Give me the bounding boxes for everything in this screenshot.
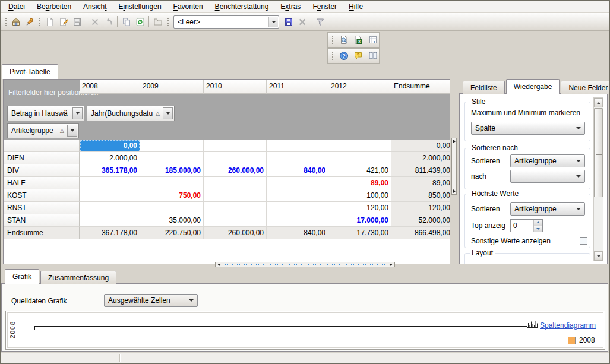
splitter-collapse-icon[interactable] bbox=[453, 140, 456, 143]
cell-dien-2008[interactable]: 2.000,00 bbox=[80, 152, 140, 164]
cell-rnst-2008[interactable] bbox=[80, 202, 140, 214]
splitter-collapse-icon[interactable] bbox=[453, 189, 456, 193]
cell-div-2012[interactable]: 421,00 bbox=[328, 164, 391, 177]
column-header-2011[interactable]: 2011 bbox=[267, 80, 328, 94]
print-preview-button[interactable] bbox=[337, 33, 350, 47]
refresh-button[interactable] bbox=[133, 15, 147, 29]
save-disabled-button[interactable] bbox=[70, 15, 84, 29]
field-filter-dropdown[interactable] bbox=[163, 107, 173, 119]
tab-neue-felder[interactable]: Neue Felder bbox=[561, 81, 610, 94]
menu-item-extras[interactable]: Extras bbox=[274, 1, 306, 12]
cell-dien-2011[interactable] bbox=[267, 152, 328, 164]
menu-item-favoriten[interactable]: Favoriten bbox=[167, 1, 209, 12]
stepper-down-button[interactable] bbox=[534, 226, 542, 232]
cell-rnst-2011[interactable] bbox=[267, 202, 328, 214]
toolbar-grip[interactable] bbox=[38, 17, 41, 27]
column-header-2010[interactable]: 2010 bbox=[204, 80, 267, 94]
field-artikelgruppe[interactable]: Artikelgruppe △ bbox=[7, 123, 79, 138]
cell-blank-endsumme[interactable]: 0,00 bbox=[391, 140, 450, 152]
panel-scrollbar[interactable] bbox=[593, 97, 603, 261]
field-jahr-buchungsdatum[interactable]: Jahr(Buchungsdatum) △ bbox=[87, 106, 175, 121]
menu-item-fenster[interactable]: Fenster bbox=[306, 1, 343, 12]
folder-disabled-button[interactable] bbox=[151, 15, 165, 29]
row-header-rnst[interactable]: RNST bbox=[4, 202, 80, 214]
row-header-endsumme[interactable]: Endsumme bbox=[4, 227, 80, 239]
edit-document-button[interactable] bbox=[56, 15, 70, 29]
excel-export-button[interactable]: x bbox=[352, 33, 365, 47]
pivot-layout-button[interactable] bbox=[366, 33, 379, 47]
quelldaten-select[interactable]: Ausgewählte Zellen bbox=[104, 294, 198, 307]
cell-half-2010[interactable] bbox=[204, 177, 267, 189]
cell-div-2008[interactable]: 365.178,00 bbox=[80, 164, 140, 177]
menu-item-ansicht[interactable]: Ansicht bbox=[77, 1, 112, 12]
save-template-button[interactable] bbox=[282, 15, 295, 29]
new-document-button[interactable] bbox=[43, 15, 56, 29]
template-combobox[interactable]: <Leer> bbox=[173, 15, 279, 29]
horizontal-splitter[interactable] bbox=[215, 262, 395, 267]
hoechste-sortieren-select[interactable]: Artikelgruppe bbox=[510, 202, 585, 216]
cell-endsumme-2008[interactable]: 367.178,00 bbox=[80, 227, 140, 239]
scroll-down-icon[interactable] bbox=[594, 251, 603, 261]
filter-button[interactable] bbox=[313, 15, 327, 29]
field-filter-dropdown[interactable] bbox=[67, 125, 77, 137]
minmax-mode-select[interactable]: Spalte bbox=[471, 122, 585, 135]
vertical-splitter[interactable] bbox=[451, 138, 457, 195]
toolbar-grip[interactable] bbox=[4, 17, 7, 27]
cell-div-endsumme[interactable]: 811.439,00 bbox=[391, 164, 450, 177]
cell-rnst-endsumme[interactable]: 120,00 bbox=[391, 202, 450, 214]
scrollbar-thumb[interactable] bbox=[594, 108, 603, 197]
cell-kost-2011[interactable] bbox=[267, 189, 328, 202]
row-header-blank[interactable] bbox=[4, 140, 80, 152]
tab-wiedergabe[interactable]: Wiedergabe bbox=[506, 79, 560, 94]
menu-item-berichterstattung[interactable]: Berichterstattung bbox=[209, 1, 275, 12]
cell-stan-2012[interactable]: 17.000,00 bbox=[328, 214, 391, 227]
splitter-collapse-icon[interactable] bbox=[217, 264, 221, 266]
cell-dien-2010[interactable] bbox=[204, 152, 267, 164]
help-button[interactable]: ? bbox=[337, 49, 350, 63]
delete-disabled-button[interactable] bbox=[88, 15, 102, 29]
scroll-up-icon[interactable] bbox=[594, 98, 603, 107]
cell-kost-2012[interactable]: 100,00 bbox=[328, 189, 391, 202]
hint-button[interactable]: ? bbox=[352, 49, 365, 63]
cell-blank-2011[interactable] bbox=[267, 140, 328, 152]
menu-item-datei[interactable]: Datei bbox=[2, 1, 31, 12]
field-filter-dropdown[interactable] bbox=[72, 107, 83, 119]
toolbar-grip[interactable] bbox=[166, 17, 169, 27]
cell-div-2009[interactable]: 185.000,00 bbox=[140, 164, 204, 177]
sortieren-select[interactable]: Artikelgruppe bbox=[510, 154, 585, 167]
delete-template-button[interactable] bbox=[295, 15, 309, 29]
cell-half-endsumme[interactable]: 89,00 bbox=[391, 177, 450, 189]
cell-dien-2012[interactable] bbox=[328, 152, 391, 164]
row-header-stan[interactable]: STAN bbox=[4, 214, 80, 227]
column-header-2008[interactable]: 2008 bbox=[80, 80, 140, 94]
cell-endsumme-2009[interactable]: 220.750,00 bbox=[140, 227, 204, 239]
menu-item-hilfe[interactable]: Hilfe bbox=[343, 1, 369, 12]
tab-feldliste[interactable]: Feldliste bbox=[463, 81, 505, 94]
cell-dien-endsumme[interactable]: 2.000,00 bbox=[391, 152, 450, 164]
splitter-collapse-icon[interactable] bbox=[389, 264, 393, 266]
cell-rnst-2012[interactable]: 120,00 bbox=[328, 202, 391, 214]
cell-stan-2010[interactable] bbox=[204, 214, 267, 227]
cell-stan-2009[interactable]: 35.000,00 bbox=[140, 214, 204, 227]
menu-item-einstellungen[interactable]: Einstellungen bbox=[112, 1, 167, 12]
cell-blank-2010[interactable] bbox=[204, 140, 267, 152]
cell-stan-2008[interactable] bbox=[80, 214, 140, 227]
cell-div-2011[interactable]: 840,00 bbox=[267, 164, 328, 177]
column-header-2012[interactable]: 2012 bbox=[328, 80, 391, 94]
cell-half-2009[interactable] bbox=[140, 177, 204, 189]
menu-item-bearbeiten[interactable]: Bearbeiten bbox=[31, 1, 77, 12]
cell-kost-2009[interactable]: 750,00 bbox=[140, 189, 204, 202]
book-button[interactable] bbox=[366, 49, 379, 63]
toolbar-grip[interactable] bbox=[331, 34, 333, 45]
cell-endsumme-2010[interactable]: 260.000,00 bbox=[204, 227, 267, 239]
pin-button[interactable] bbox=[23, 15, 36, 29]
cell-rnst-2010[interactable] bbox=[204, 202, 267, 214]
sonstige-werte-checkbox[interactable] bbox=[580, 237, 587, 245]
toolbar-grip[interactable] bbox=[331, 50, 333, 61]
field-betrag-in-hauswaehrung[interactable]: Betrag in Hauswä bbox=[7, 106, 84, 121]
cell-endsumme-endsumme[interactable]: 866.498,00 bbox=[391, 227, 450, 239]
cell-endsumme-2012[interactable]: 17.730,00 bbox=[328, 227, 391, 239]
cell-blank-2009[interactable] bbox=[140, 140, 204, 152]
cell-blank-2012[interactable] bbox=[328, 140, 391, 152]
cell-kost-endsumme[interactable]: 850,00 bbox=[391, 189, 450, 202]
